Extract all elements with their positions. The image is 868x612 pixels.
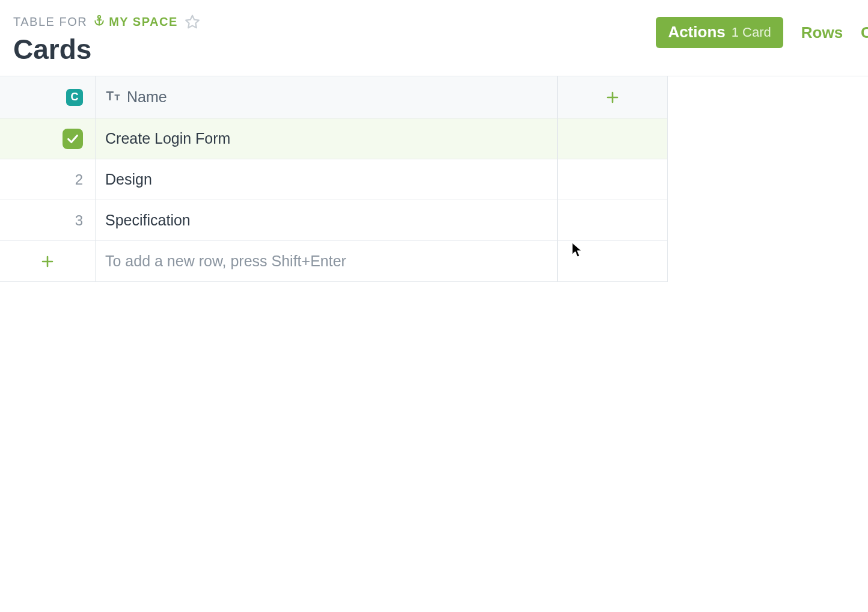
row-name: Specification [105, 212, 191, 229]
row-extra-cell[interactable] [558, 118, 667, 159]
add-row-extra [558, 241, 667, 281]
add-row[interactable]: To add a new row, press Shift+Enter [0, 241, 667, 282]
row-checkbox-checked[interactable] [63, 129, 83, 149]
columns-button[interactable]: Col [861, 23, 868, 42]
actions-count: 1 Card [732, 25, 771, 40]
rows-button[interactable]: Rows [801, 23, 843, 42]
row-extra-cell[interactable] [558, 159, 667, 200]
column-header-name[interactable]: Name [96, 76, 558, 118]
row-name: Design [105, 171, 152, 188]
row-name-cell[interactable]: Specification [96, 200, 558, 240]
favorite-button[interactable] [184, 13, 201, 30]
actions-button[interactable]: Actions 1 Card [656, 17, 783, 48]
collection-badge: C [66, 89, 83, 106]
row-index: 3 [75, 212, 83, 229]
row-index-cell[interactable]: 3 [0, 200, 96, 240]
star-icon [185, 14, 200, 29]
page-title: Cards [13, 35, 201, 64]
breadcrumb-prefix: TABLE FOR [13, 15, 87, 29]
row-checkbox-cell[interactable] [0, 118, 96, 159]
row-index: 2 [75, 171, 83, 188]
row-name: Create Login Form [105, 130, 230, 147]
table-header-row: C Name [0, 76, 667, 118]
row-index-cell[interactable]: 2 [0, 159, 96, 200]
row-selector-header[interactable]: C [0, 76, 96, 118]
row-extra-cell[interactable] [558, 200, 667, 240]
plus-icon [40, 254, 55, 269]
row-name-cell[interactable]: Design [96, 159, 558, 200]
page-header: TABLE FOR MY SPACE Cards [0, 0, 868, 76]
anchor-icon [93, 14, 105, 29]
add-row-button[interactable] [0, 241, 96, 281]
cards-table: C Name [0, 76, 668, 282]
space-name: MY SPACE [109, 15, 178, 29]
plus-icon [605, 90, 620, 105]
check-icon [66, 132, 79, 145]
svg-marker-3 [186, 16, 199, 28]
space-link[interactable]: MY SPACE [93, 14, 178, 29]
text-type-icon [105, 88, 121, 106]
column-name-label: Name [127, 88, 167, 106]
table-row[interactable]: 3 Specification [0, 200, 667, 241]
table-row[interactable]: Create Login Form [0, 118, 667, 159]
table-row[interactable]: 2 Design [0, 159, 667, 200]
add-row-hint: To add a new row, press Shift+Enter [105, 252, 346, 270]
add-row-hint-cell[interactable]: To add a new row, press Shift+Enter [96, 241, 558, 281]
actions-label: Actions [668, 23, 725, 41]
row-name-cell[interactable]: Create Login Form [96, 118, 558, 159]
header-left: TABLE FOR MY SPACE Cards [13, 13, 201, 64]
breadcrumb: TABLE FOR MY SPACE [13, 13, 201, 30]
header-toolbar: Actions 1 Card Rows Col [656, 13, 868, 48]
add-column-cell[interactable] [558, 76, 667, 118]
